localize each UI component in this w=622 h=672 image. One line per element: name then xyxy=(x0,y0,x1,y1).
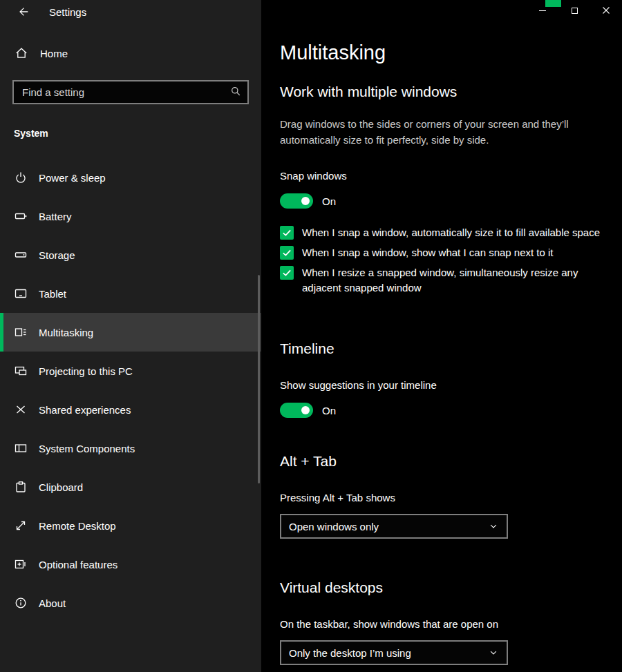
sidebar-item-label: Projecting to this PC xyxy=(39,365,133,377)
optional-features-icon xyxy=(14,557,28,571)
minimize-button[interactable] xyxy=(527,0,558,21)
sidebar-item-battery[interactable]: Battery xyxy=(0,197,261,236)
back-arrow-icon xyxy=(17,6,30,18)
sidebar-nav: Power & sleep Battery Storage xyxy=(0,158,261,622)
timeline-suggestions-label: Show suggestions in your timeline xyxy=(280,379,603,392)
virtual-desktops-dropdown[interactable]: Only the desktop I’m using xyxy=(280,640,508,665)
sidebar-item-label: Battery xyxy=(39,211,72,222)
tablet-icon xyxy=(14,287,28,300)
section-heading-work: Work with multiple windows xyxy=(280,83,603,100)
alt-tab-dropdown[interactable]: Open windows only xyxy=(280,514,508,539)
sidebar-item-shared-experiences[interactable]: Shared experiences xyxy=(0,390,261,429)
sidebar-item-system-components[interactable]: System Components xyxy=(0,429,261,468)
back-button[interactable] xyxy=(17,5,30,19)
search-icon xyxy=(229,85,242,100)
power-icon xyxy=(14,171,28,184)
sidebar-item-home[interactable]: Home xyxy=(15,40,261,66)
sidebar-item-label: Multitasking xyxy=(39,327,93,338)
toggle-knob xyxy=(301,197,310,205)
sidebar-item-label: Home xyxy=(40,48,68,59)
home-icon xyxy=(15,46,28,60)
maximize-icon xyxy=(572,8,578,14)
sidebar-item-label: Tablet xyxy=(39,288,66,300)
alt-tab-dropdown-value: Open windows only xyxy=(289,521,379,532)
section-heading-timeline: Timeline xyxy=(280,340,603,357)
shared-experiences-icon xyxy=(14,403,28,416)
checkbox-snap-fill-space[interactable]: When I snap a window, automatically size… xyxy=(280,225,603,240)
checkbox-label: When I resize a snapped window, simultan… xyxy=(302,265,603,296)
checkbox-checked-icon xyxy=(280,246,294,260)
clipboard-icon xyxy=(14,480,28,494)
sidebar-item-label: About xyxy=(39,597,66,609)
app-title: Settings xyxy=(49,6,86,18)
close-icon xyxy=(602,6,610,15)
sidebar-item-remote-desktop[interactable]: Remote Desktop xyxy=(0,506,261,545)
sidebar-item-label: System Components xyxy=(39,443,135,454)
search-input[interactable] xyxy=(21,86,229,99)
system-components-icon xyxy=(14,441,28,455)
sidebar-item-power-sleep[interactable]: Power & sleep xyxy=(0,158,261,197)
toggle-knob xyxy=(301,406,310,414)
storage-icon xyxy=(14,248,28,262)
multitasking-icon xyxy=(14,325,28,339)
timeline-toggle-state: On xyxy=(322,405,336,416)
work-description: Drag windows to the sides or corners of … xyxy=(280,117,603,148)
sidebar-item-clipboard[interactable]: Clipboard xyxy=(0,468,261,506)
sidebar-item-label: Optional features xyxy=(39,559,117,570)
checkbox-snap-show-next[interactable]: When I snap a window, show what I can sn… xyxy=(280,245,603,260)
close-button[interactable] xyxy=(590,0,622,21)
sidebar-item-about[interactable]: About xyxy=(0,584,261,622)
sidebar-item-label: Clipboard xyxy=(39,481,83,493)
sidebar-item-label: Shared experiences xyxy=(39,404,131,416)
minimize-icon xyxy=(539,10,546,11)
sidebar-item-tablet[interactable]: Tablet xyxy=(0,274,261,313)
chevron-down-icon xyxy=(489,521,498,531)
settings-window: Settings Home System xyxy=(0,0,622,672)
checkbox-checked-icon xyxy=(280,266,294,280)
sidebar-scrollbar[interactable] xyxy=(258,275,260,483)
titlebar: Settings xyxy=(0,0,261,23)
checkbox-label: When I snap a window, automatically size… xyxy=(302,225,600,240)
remote-desktop-icon xyxy=(14,519,28,532)
checkbox-label: When I snap a window, show what I can sn… xyxy=(302,245,554,260)
section-heading-virtual-desktops: Virtual desktops xyxy=(280,579,603,596)
checkbox-resize-adjacent[interactable]: When I resize a snapped window, simultan… xyxy=(280,265,603,296)
sidebar-item-label: Storage xyxy=(39,249,75,261)
timeline-toggle-row: On xyxy=(280,403,603,418)
virtual-desktops-dropdown-value: Only the desktop I’m using xyxy=(289,647,411,659)
sidebar: Settings Home System xyxy=(0,0,261,672)
timeline-toggle[interactable] xyxy=(280,403,313,418)
sidebar-item-label: Remote Desktop xyxy=(39,520,116,532)
search-box xyxy=(12,80,249,104)
section-label-system: System xyxy=(14,128,261,139)
virtual-desktops-dropdown-label: On the taskbar, show windows that are op… xyxy=(280,618,603,631)
content-pane: Multitasking Work with multiple windows … xyxy=(261,0,622,672)
battery-icon xyxy=(14,209,28,223)
maximize-button[interactable] xyxy=(558,0,590,21)
checkbox-checked-icon xyxy=(280,226,294,240)
sidebar-item-projecting[interactable]: Projecting to this PC xyxy=(0,352,261,390)
alt-tab-dropdown-label: Pressing Alt + Tab shows xyxy=(280,492,603,504)
snap-windows-label: Snap windows xyxy=(280,170,603,182)
sidebar-item-multitasking[interactable]: Multitasking xyxy=(0,313,261,352)
projecting-icon xyxy=(14,364,28,378)
snap-options: When I snap a window, automatically size… xyxy=(280,225,603,296)
window-controls xyxy=(527,0,622,21)
snap-windows-toggle-row: On xyxy=(280,193,603,209)
section-heading-alt-tab: Alt + Tab xyxy=(280,452,603,470)
sidebar-item-optional-features[interactable]: Optional features xyxy=(0,545,261,584)
about-icon xyxy=(14,596,28,610)
snap-windows-toggle-state: On xyxy=(322,195,336,207)
sidebar-item-storage[interactable]: Storage xyxy=(0,236,261,274)
chevron-down-icon xyxy=(489,648,498,657)
sidebar-item-label: Power & sleep xyxy=(39,172,106,184)
snap-windows-toggle[interactable] xyxy=(280,193,313,209)
